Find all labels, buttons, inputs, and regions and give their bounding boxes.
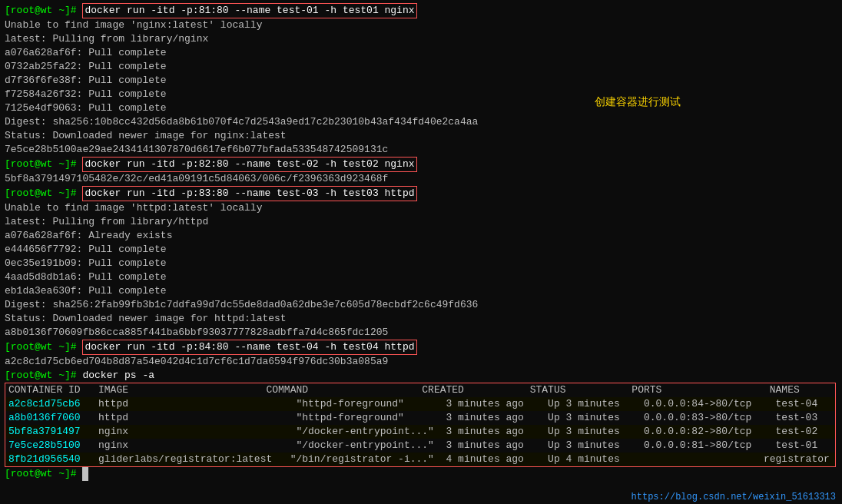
line-hash2: 5bf8a3791497105482e/32c/ed41a09191c5d840… bbox=[5, 172, 837, 186]
line-digest2: Digest: sha256:2fab99fb3b1c7ddfa99d7dc55… bbox=[5, 298, 837, 312]
line-httpd-5: 0ec35e191b09: Pull complete bbox=[5, 257, 837, 270]
line-hash4: a2c8c1d75cb6ed704b8d87a54e042d4c1d7cf6c1… bbox=[5, 355, 837, 369]
cmd-3: docker run -itd -p:83:80 --name test-03 … bbox=[82, 186, 416, 201]
line-status1: Status: Downloaded newer image for nginx… bbox=[5, 129, 837, 143]
line-cmd4: [root@wt ~]# docker run -itd -p:84:80 --… bbox=[5, 340, 837, 355]
line-2: Unable to find image 'nginx:latest' loca… bbox=[5, 18, 837, 32]
table-header: CONTAINER ID IMAGE COMMAND CREATED STATU… bbox=[5, 383, 835, 397]
line-1: [root@wt ~]# docker run -itd -p:81:80 --… bbox=[5, 3, 837, 18]
terminal: [root@wt ~]# docker run -itd -p:81:80 --… bbox=[0, 0, 842, 504]
line-httpd-2: latest: Pulling from library/httpd bbox=[5, 215, 837, 229]
line-httpd-1: Unable to find image 'httpd:latest' loca… bbox=[5, 201, 837, 215]
line-8: 7125e4df9063: Pull complete bbox=[5, 101, 837, 115]
line-ps: [root@wt ~]# docker ps -a bbox=[5, 369, 837, 383]
line-cmd3: [root@wt ~]# docker run -itd -p:83:80 --… bbox=[5, 186, 837, 201]
cursor bbox=[82, 467, 88, 481]
line-4: a076a628af6f: Pull complete bbox=[5, 46, 837, 60]
line-7: f72584a26f32: Pull complete bbox=[5, 88, 837, 101]
line-httpd-6: 4aad5d8db1a6: Pull complete bbox=[5, 270, 837, 284]
line-hash1: 7e5ce28b5100ae29ae2434141307870d6617ef6b… bbox=[5, 143, 837, 157]
docker-ps-table: CONTAINER ID IMAGE COMMAND CREATED STATU… bbox=[5, 383, 836, 467]
line-httpd-3: a076a628af6f: Already exists bbox=[5, 229, 837, 243]
cmd-4: docker run -itd -p:84:80 --name test-04 … bbox=[82, 340, 416, 355]
last-prompt: [root@wt ~]# bbox=[5, 467, 837, 481]
line-cmd2: [root@wt ~]# docker run -itd -p:82:80 --… bbox=[5, 157, 837, 172]
line-httpd-4: e444656f7792: Pull complete bbox=[5, 243, 837, 257]
text-2: Unable to find image 'nginx:latest' loca… bbox=[5, 18, 262, 32]
line-6: d7f36f6fe38f: Pull complete bbox=[5, 74, 837, 88]
cmd-2: docker run -itd -p:82:80 --name test-02 … bbox=[82, 157, 416, 172]
line-digest1: Digest: sha256:10b8cc432d56da8b61b070f4c… bbox=[5, 115, 837, 129]
table-row-1: a2c8c1d75cb6 httpd "httpd-foreground" 3 … bbox=[5, 397, 835, 411]
line-status2: Status: Downloaded newer image for httpd… bbox=[5, 312, 837, 326]
table-row-4: 7e5ce28b5100 nginx "/docker-entrypoint..… bbox=[5, 439, 835, 453]
table-row-3: 5bf8a3791497 nginx "/docker-entrypoint..… bbox=[5, 425, 835, 439]
table-row-2: a8b0136f7060 httpd "httpd-foreground" 3 … bbox=[5, 411, 835, 425]
line-5: 0732ab25fa22: Pull complete bbox=[5, 60, 837, 74]
line-httpd-7: eb1da3ea630f: Pull complete bbox=[5, 284, 837, 298]
annotation: 创建容器进行测试 bbox=[595, 95, 681, 109]
line-hash3: a8b0136f70609fb86cca885f441ba6bbf9303777… bbox=[5, 326, 837, 340]
watermark: https://blog.csdn.net/weixin_51613313 bbox=[632, 492, 836, 502]
prompt-1: [root@wt ~]# bbox=[5, 4, 82, 18]
line-3: latest: Pulling from library/nginx bbox=[5, 32, 837, 46]
cmd-1: docker run -itd -p:81:80 --name test-01 … bbox=[82, 3, 416, 18]
table-row-5: 8fb21d956540 gliderlabs/registrator:late… bbox=[5, 453, 835, 466]
